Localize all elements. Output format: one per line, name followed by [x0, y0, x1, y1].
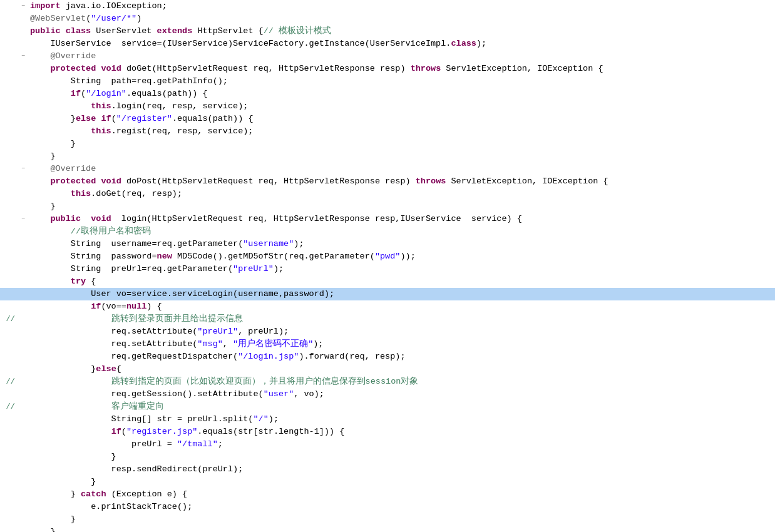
code-line: //取得用户名和密码 [0, 225, 775, 238]
token-plain: ); [294, 239, 304, 248]
token-kw: if [101, 114, 111, 123]
token-plain [30, 89, 71, 98]
code-line: try { [0, 275, 775, 288]
line-content: }else if("/register".equals(path)) { [28, 113, 775, 125]
token-plain: ( [81, 89, 86, 98]
token-kw2: throws [416, 176, 446, 186]
line-content: }else{ [28, 363, 775, 376]
code-line: − @Override [0, 50, 775, 63]
line-content: preUrl = "/tmall"; [28, 438, 775, 451]
code-line: public class UserServlet extends HttpSer… [0, 25, 775, 38]
token-plain: ( [111, 114, 116, 123]
fold-icon[interactable]: − [19, 163, 28, 175]
token-plain: } [30, 452, 116, 461]
token-str: "username" [243, 239, 294, 248]
token-plain [81, 214, 91, 223]
token-plain: } [30, 527, 56, 532]
token-plain: ServletException, IOException { [441, 64, 603, 73]
token-plain: } [30, 114, 76, 123]
fold-icon[interactable]: − [19, 213, 28, 225]
token-kw: else [76, 114, 96, 123]
token-str: "preUrl" [233, 264, 274, 274]
code-line: − @Override [0, 163, 775, 175]
token-comment: 客户端重定向 [30, 402, 164, 411]
token-plain: ; [218, 439, 223, 449]
code-line: this.doGet(req, resp); [0, 188, 775, 200]
line-content: if("register.jsp".equals(str[str.length-… [28, 426, 775, 438]
token-plain [30, 189, 71, 198]
token-kw: this [91, 126, 111, 136]
token-kw2: throws [411, 64, 441, 73]
token-kw: protected [50, 64, 96, 73]
line-content: } [28, 200, 775, 213]
token-str: "/login" [86, 89, 126, 98]
line-gutter: // [0, 401, 19, 413]
line-content: } [28, 476, 775, 488]
token-kw: class [451, 39, 476, 48]
code-line: }else if("/register".equals(path)) { [0, 113, 775, 125]
code-line: } [0, 476, 775, 488]
code-line: resp.sendRedirect(preUrl); [0, 463, 775, 476]
token-plain: java.io.IOException; [61, 1, 167, 11]
token-plain [30, 64, 50, 73]
line-content: IUserService service=(IUserService)Servi… [28, 38, 775, 50]
line-content: public void login(HttpServletRequest req… [28, 213, 775, 225]
token-plain: doPost(HttpServletRequest req, HttpServl… [121, 176, 416, 186]
token-annotation: @Override [30, 164, 96, 173]
token-plain: IUserService service=(IUserService)Servi… [30, 39, 309, 48]
code-line: String[] str = preUrl.split("/"); [0, 413, 775, 426]
token-plain: } [30, 202, 56, 211]
line-content: import java.io.IOException; [28, 0, 775, 13]
token-str: "/tmall" [177, 439, 218, 449]
token-plain [30, 176, 50, 186]
token-plain: req.setAttribute( [30, 327, 197, 336]
code-line: req.setAttribute("preUrl", preUrl); [0, 325, 775, 338]
token-plain: req.setAttribute( [30, 339, 197, 349]
fold-icon[interactable]: − [19, 0, 28, 13]
token-kw: void [91, 214, 111, 223]
line-content: 跳转到指定的页面（比如说欢迎页面），并且将用户的信息保存到session对象 [28, 376, 775, 388]
token-plain: User vo=service.serviceLogin(username,pa… [30, 289, 334, 299]
token-comment: // 模板设计模式 [264, 26, 331, 36]
line-content: 跳转到登录页面并且给出提示信息 [28, 313, 775, 325]
code-line: if(vo==null) { [0, 300, 775, 313]
line-content: req.getRequestDispatcher("/login.jsp").f… [28, 350, 775, 363]
token-kw: protected [50, 176, 96, 186]
line-content: this.regist(req, resp, service); [28, 125, 775, 138]
line-gutter: // [0, 313, 19, 325]
code-line: if("/login".equals(path)) { [0, 88, 775, 100]
token-plain: String username=req.getParameter( [30, 239, 243, 248]
token-kw: void [101, 64, 121, 73]
token-plain: MD5Code().getMD5ofStr(req.getParameter( [172, 252, 375, 261]
line-content: @Override [28, 50, 775, 63]
line-content: if(vo==null) { [28, 300, 775, 313]
token-plain: String[] str = preUrl.split( [30, 414, 253, 424]
token-plain: String preUrl=req.getParameter( [30, 264, 233, 274]
line-content: 客户端重定向 [28, 401, 775, 413]
token-kw: void [101, 176, 121, 186]
line-content: req.setAttribute("msg", "用户名密码不正确"); [28, 338, 775, 350]
token-annotation: @WebServlet [30, 14, 86, 23]
code-line: −import java.io.IOException; [0, 0, 775, 13]
code-line: − public void login(HttpServletRequest r… [0, 213, 775, 225]
token-kw: public [50, 214, 81, 223]
token-kw: this [71, 189, 91, 198]
token-plain: .equals(path)) { [126, 89, 208, 98]
token-plain: (UserServiceImpl. [365, 39, 451, 48]
token-str: "user" [264, 389, 294, 399]
token-plain: } [30, 514, 76, 524]
token-plain: ); [476, 39, 486, 48]
line-content: req.getSession().setAttribute("user", vo… [28, 388, 775, 401]
code-line: } [0, 150, 775, 163]
token-plain: ( [121, 427, 126, 436]
token-plain: UserServlet [91, 26, 157, 36]
token-plain: resp.sendRedirect(preUrl); [30, 464, 243, 474]
code-line: // 跳转到指定的页面（比如说欢迎页面），并且将用户的信息保存到session对… [0, 376, 775, 388]
line-content: String preUrl=req.getParameter("preUrl")… [28, 263, 775, 275]
code-line: } [0, 526, 775, 532]
token-comment: 跳转到指定的页面（比如说欢迎页面），并且将用户的信息保存到session对象 [30, 377, 418, 386]
code-line: } [0, 513, 775, 526]
line-content: } [28, 513, 775, 526]
line-content: } [28, 451, 775, 463]
fold-icon[interactable]: − [19, 50, 28, 63]
